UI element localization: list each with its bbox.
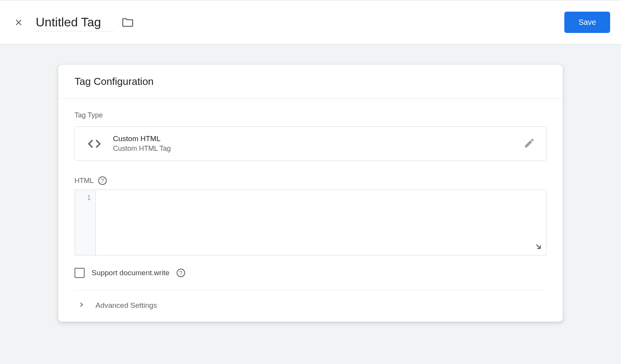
close-icon: [14, 17, 24, 28]
html-code-editor[interactable]: 1: [75, 190, 546, 255]
tag-title-input[interactable]: [36, 14, 113, 31]
document-write-row: Support document.write ?: [75, 268, 546, 291]
document-write-help-button[interactable]: ?: [177, 269, 185, 277]
editor-gutter: 1: [75, 190, 96, 255]
folder-button[interactable]: [121, 16, 134, 29]
help-icon: ?: [101, 178, 104, 184]
line-number: 1: [75, 194, 91, 202]
html-field-label: HTML: [75, 177, 94, 185]
folder-icon: [121, 16, 134, 29]
document-write-checkbox[interactable]: [75, 268, 85, 278]
advanced-settings-toggle[interactable]: Advanced Settings: [75, 291, 546, 322]
tag-type-description: Custom HTML Tag: [113, 145, 524, 153]
pencil-icon: [524, 137, 535, 149]
html-label-row: HTML ?: [75, 176, 546, 185]
close-button[interactable]: [11, 15, 26, 30]
save-button[interactable]: Save: [564, 12, 610, 33]
tag-type-name: Custom HTML: [113, 135, 524, 143]
content-area: Tag Configuration Tag Type Custom HTML C…: [0, 45, 621, 322]
edit-tag-type-button[interactable]: [524, 137, 535, 150]
tag-config-card: Tag Configuration Tag Type Custom HTML C…: [58, 65, 563, 322]
page-header: Save: [0, 0, 621, 45]
resize-handle[interactable]: [534, 242, 543, 253]
code-icon: [86, 135, 103, 152]
document-write-label: Support document.write: [92, 269, 170, 277]
html-help-button[interactable]: ?: [98, 176, 107, 185]
tag-type-label: Tag Type: [75, 111, 546, 119]
card-title: Tag Configuration: [75, 76, 546, 88]
advanced-settings-label: Advanced Settings: [95, 301, 157, 310]
code-textarea[interactable]: [96, 190, 546, 255]
help-icon: ?: [179, 270, 182, 276]
tag-type-selector[interactable]: Custom HTML Custom HTML Tag: [75, 126, 546, 161]
chevron-right-icon: [78, 301, 85, 310]
resize-icon: [534, 242, 543, 251]
tag-type-info: Custom HTML Custom HTML Tag: [113, 135, 524, 153]
card-header: Tag Configuration: [58, 65, 563, 99]
